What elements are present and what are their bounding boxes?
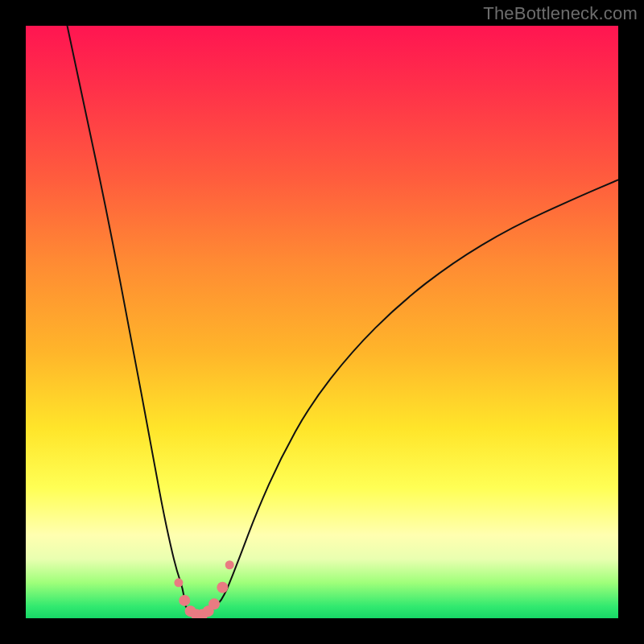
valley-bead — [179, 595, 190, 606]
valley-bead — [217, 582, 228, 593]
curve-layer — [26, 26, 618, 618]
attribution-text: TheBottleneck.com — [483, 3, 638, 24]
valley-bead — [225, 560, 234, 569]
bottleneck-curve — [68, 26, 618, 616]
valley-bead — [174, 578, 183, 587]
valley-bead — [208, 598, 220, 609]
plot-area — [26, 26, 618, 618]
chart-root: TheBottleneck.com — [0, 0, 644, 644]
